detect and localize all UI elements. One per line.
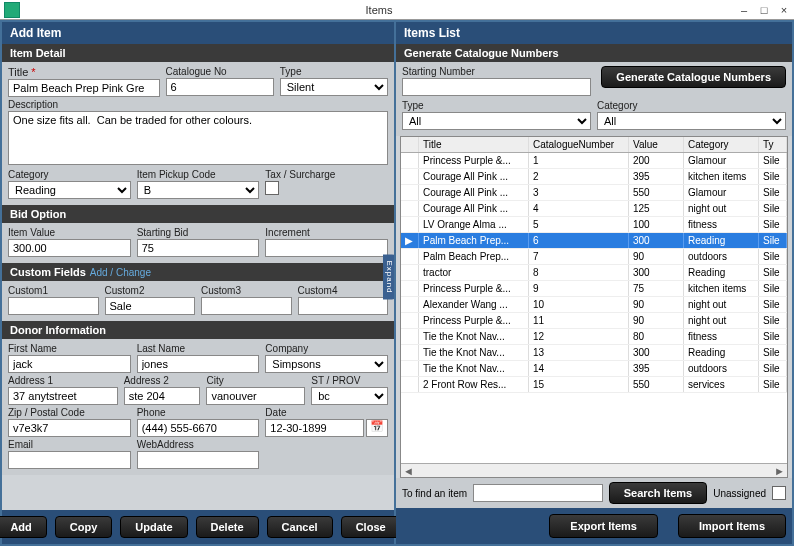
table-row[interactable]: ▶Palm Beach Prep...6300ReadingSile	[401, 233, 787, 249]
unassigned-label: Unassigned	[713, 488, 766, 499]
c3-input[interactable]	[201, 297, 292, 315]
value-label: Item Value	[8, 227, 131, 238]
st-label: ST / PROV	[311, 375, 388, 386]
table-row[interactable]: Courage All Pink ...3550GlamourSile	[401, 185, 787, 201]
phone-input[interactable]	[137, 419, 260, 437]
export-button[interactable]: Export Items	[549, 514, 658, 538]
city-label: City	[206, 375, 305, 386]
col-category[interactable]: Category	[684, 137, 759, 152]
co-select[interactable]: Simpsons	[265, 355, 388, 373]
title-label: Title	[8, 66, 28, 78]
increment-label: Increment	[265, 227, 388, 238]
window-title: Items	[24, 4, 734, 16]
custom-add-link[interactable]: Add / Change	[90, 267, 151, 278]
tax-checkbox[interactable]	[265, 181, 279, 195]
table-row[interactable]: Palm Beach Prep...790outdoorsSile	[401, 249, 787, 265]
right-buttonbar: Export Items Import Items	[396, 508, 792, 544]
close-icon[interactable]: ×	[774, 2, 794, 18]
minimize-icon[interactable]: –	[734, 2, 754, 18]
c4-input[interactable]	[298, 297, 389, 315]
col-value[interactable]: Value	[629, 137, 684, 152]
type-select[interactable]: Silent	[280, 78, 388, 96]
title-input[interactable]	[8, 79, 160, 97]
filter-type-select[interactable]: All	[402, 112, 591, 130]
calendar-icon[interactable]: 📅	[366, 419, 388, 437]
expand-handle[interactable]: Expand	[383, 254, 394, 299]
fn-input[interactable]	[8, 355, 131, 373]
table-row[interactable]: Tie the Knot Nav...1280fitnessSile	[401, 329, 787, 345]
increment-input[interactable]	[265, 239, 388, 257]
filter-cat-label: Category	[597, 100, 786, 111]
pickup-select[interactable]: B	[137, 181, 260, 199]
ln-input[interactable]	[137, 355, 260, 373]
table-row[interactable]: Tie the Knot Nav...14395outdoorsSile	[401, 361, 787, 377]
h-scrollbar[interactable]: ◄►	[401, 463, 787, 477]
titlebar: Items – □ ×	[0, 0, 794, 20]
table-row[interactable]: Alexander Wang ...1090night outSile	[401, 297, 787, 313]
unassigned-checkbox[interactable]	[772, 486, 786, 500]
c1-input[interactable]	[8, 297, 99, 315]
table-header: Title CatalogueNumber Value Category Ty	[401, 137, 787, 153]
table-row[interactable]: Tie the Knot Nav...13300ReadingSile	[401, 345, 787, 361]
ln-label: Last Name	[137, 343, 260, 354]
category-select[interactable]: Reading	[8, 181, 131, 199]
col-type[interactable]: Ty	[759, 137, 787, 152]
update-button[interactable]: Update	[120, 516, 187, 538]
table-row[interactable]: Princess Purple &...1200GlamourSile	[401, 153, 787, 169]
generate-button[interactable]: Generate Catalogue Numbers	[601, 66, 786, 88]
startnum-label: Starting Number	[402, 66, 591, 77]
col-title[interactable]: Title	[419, 137, 529, 152]
import-button[interactable]: Import Items	[678, 514, 786, 538]
table-row[interactable]: Princess Purple &...1190night outSile	[401, 313, 787, 329]
a1-input[interactable]	[8, 387, 118, 405]
a1-label: Address 1	[8, 375, 118, 386]
phone-label: Phone	[137, 407, 260, 418]
email-label: Email	[8, 439, 131, 450]
table-row[interactable]: Courage All Pink ...2395kitchen itemsSil…	[401, 169, 787, 185]
pickup-label: Item Pickup Code	[137, 169, 260, 180]
email-input[interactable]	[8, 451, 131, 469]
table-row[interactable]: Courage All Pink ...4125night outSile	[401, 201, 787, 217]
table-row[interactable]: 2 Front Row Res...15550servicesSile	[401, 377, 787, 393]
type-label: Type	[280, 66, 388, 77]
table-body[interactable]: Princess Purple &...1200GlamourSileCoura…	[401, 153, 787, 463]
search-button[interactable]: Search Items	[609, 482, 707, 504]
copy-button[interactable]: Copy	[55, 516, 113, 538]
desc-label: Description	[8, 99, 388, 110]
table-row[interactable]: Princess Purple &...975kitchen itemsSile	[401, 281, 787, 297]
left-panel: Add Item Item Detail Title * Catalogue N…	[2, 22, 394, 544]
maximize-icon[interactable]: □	[754, 2, 774, 18]
date-input[interactable]	[265, 419, 364, 437]
desc-input[interactable]: One size fits all. Can be traded for oth…	[8, 111, 388, 165]
tax-label: Tax / Surcharge	[265, 169, 388, 180]
custom-fields-header: Custom FieldsAdd / Change	[2, 263, 394, 281]
filter-type-label: Type	[402, 100, 591, 111]
zip-input[interactable]	[8, 419, 131, 437]
catno-input[interactable]	[166, 78, 274, 96]
close-button[interactable]: Close	[341, 516, 401, 538]
add-item-header: Add Item	[2, 22, 394, 44]
value-input[interactable]	[8, 239, 131, 257]
fn-label: First Name	[8, 343, 131, 354]
delete-button[interactable]: Delete	[196, 516, 259, 538]
table-row[interactable]: LV Orange Alma ...5100fitnessSile	[401, 217, 787, 233]
bid-option-header: Bid Option	[2, 205, 394, 223]
generate-header: Generate Catalogue Numbers	[396, 44, 792, 62]
st-select[interactable]: bc	[311, 387, 388, 405]
startnum-input[interactable]	[402, 78, 591, 96]
startbid-input[interactable]	[137, 239, 260, 257]
a2-input[interactable]	[124, 387, 201, 405]
web-input[interactable]	[137, 451, 260, 469]
web-label: WebAddress	[137, 439, 260, 450]
c3-label: Custom3	[201, 285, 292, 296]
col-catnum[interactable]: CatalogueNumber	[529, 137, 629, 152]
c4-label: Custom4	[298, 285, 389, 296]
cancel-button[interactable]: Cancel	[267, 516, 333, 538]
category-label: Category	[8, 169, 131, 180]
add-button[interactable]: Add	[0, 516, 47, 538]
table-row[interactable]: tractor8300ReadingSile	[401, 265, 787, 281]
c2-input[interactable]	[105, 297, 196, 315]
find-input[interactable]	[473, 484, 603, 502]
filter-cat-select[interactable]: All	[597, 112, 786, 130]
city-input[interactable]	[206, 387, 305, 405]
